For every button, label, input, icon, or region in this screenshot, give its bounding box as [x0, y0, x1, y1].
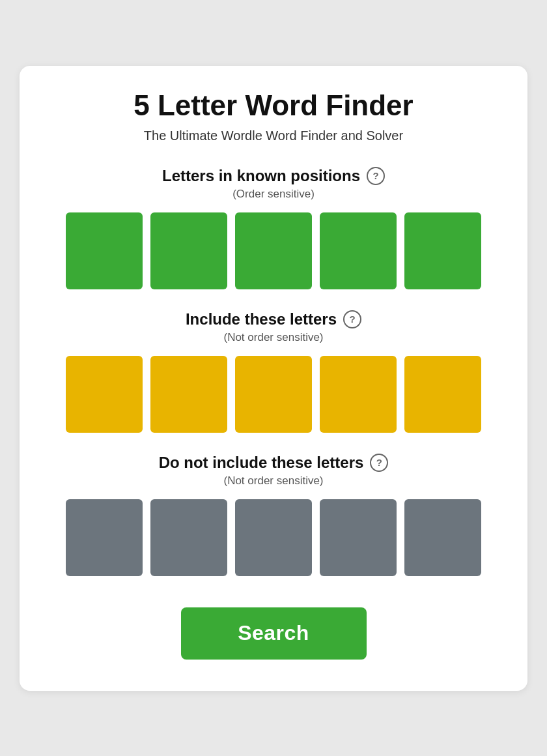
known-positions-header: Letters in known positions ?: [162, 167, 385, 185]
include-letters-help-icon[interactable]: ?: [343, 310, 361, 328]
include-letters-header: Include these letters ?: [186, 310, 361, 328]
exclude-tile-5[interactable]: [404, 499, 481, 576]
exclude-tile-4[interactable]: [320, 499, 397, 576]
known-tile-2[interactable]: [150, 212, 227, 289]
known-positions-section: Letters in known positions ? (Order sens…: [51, 167, 496, 289]
page-title: 5 Letter Word Finder: [133, 89, 413, 122]
main-card: 5 Letter Word Finder The Ultimate Wordle…: [20, 66, 527, 691]
include-letters-subtitle: (Not order sensitive): [223, 331, 323, 344]
exclude-letters-section: Do not include these letters ? (Not orde…: [51, 454, 496, 576]
exclude-letters-tiles: [66, 499, 481, 576]
known-tile-3[interactable]: [235, 212, 312, 289]
search-button[interactable]: Search: [181, 607, 367, 660]
exclude-letters-header: Do not include these letters ?: [159, 454, 389, 472]
exclude-tile-1[interactable]: [66, 499, 143, 576]
known-positions-tiles: [66, 212, 481, 289]
include-tile-3[interactable]: [235, 356, 312, 433]
exclude-tile-3[interactable]: [235, 499, 312, 576]
exclude-letters-title: Do not include these letters: [159, 454, 364, 472]
known-tile-4[interactable]: [320, 212, 397, 289]
known-positions-title: Letters in known positions: [162, 167, 360, 185]
include-tile-4[interactable]: [320, 356, 397, 433]
include-letters-tiles: [66, 356, 481, 433]
known-positions-help-icon[interactable]: ?: [367, 167, 385, 185]
page-subtitle: The Ultimate Wordle Word Finder and Solv…: [144, 128, 403, 143]
include-tile-2[interactable]: [150, 356, 227, 433]
known-positions-subtitle: (Order sensitive): [232, 188, 315, 201]
include-tile-5[interactable]: [404, 356, 481, 433]
known-tile-5[interactable]: [404, 212, 481, 289]
known-tile-1[interactable]: [66, 212, 143, 289]
exclude-letters-help-icon[interactable]: ?: [370, 454, 388, 472]
exclude-letters-subtitle: (Not order sensitive): [223, 474, 323, 487]
include-letters-title: Include these letters: [186, 310, 337, 328]
include-letters-section: Include these letters ? (Not order sensi…: [51, 310, 496, 433]
exclude-tile-2[interactable]: [150, 499, 227, 576]
include-tile-1[interactable]: [66, 356, 143, 433]
